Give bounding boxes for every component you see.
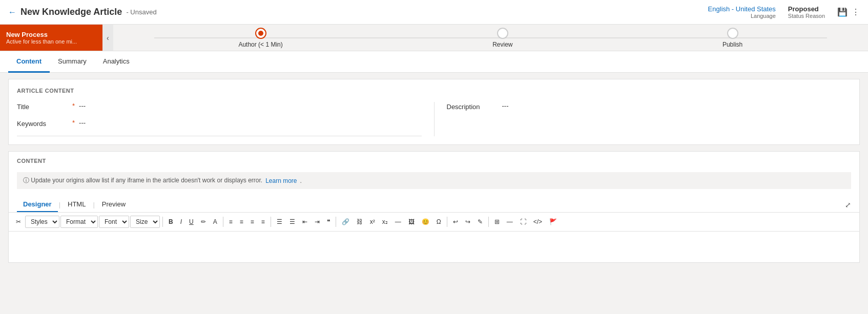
editor-tabs: Designer | HTML | Preview ⤢	[9, 193, 859, 213]
fullscreen-button[interactable]: ⛶	[517, 216, 529, 227]
editor-expand-button[interactable]: ⤢	[845, 201, 851, 209]
description-field-row: Description ---	[447, 102, 852, 111]
process-collapse-button[interactable]: ‹	[102, 25, 113, 51]
title-field-row: Title * ---	[17, 102, 422, 111]
keywords-field-row: Keywords * ---	[17, 119, 422, 128]
tabs-bar: Content Summary Analytics	[0, 51, 868, 73]
field-col-left: Title * --- Keywords * ---	[17, 102, 434, 136]
status-label: Status Reason	[788, 13, 825, 19]
editor-tab-preview[interactable]: Preview	[96, 197, 132, 212]
link-button[interactable]: 🔗	[339, 216, 353, 227]
toolbar-clean-button[interactable]: ✂	[13, 216, 24, 227]
source-button[interactable]: ✎	[474, 216, 486, 227]
editor-tab-sep-2: |	[92, 201, 95, 208]
special-char-button[interactable]: Ω	[433, 216, 444, 227]
font-color-button[interactable]: A	[210, 216, 220, 227]
superscript-button[interactable]: x²	[367, 216, 378, 227]
outdent-button[interactable]: ⇤	[299, 216, 311, 227]
description-label: Description	[447, 102, 498, 111]
status-section: Proposed Status Reason	[788, 5, 825, 19]
underline-button[interactable]: U	[186, 216, 197, 227]
indent-button[interactable]: ⇥	[312, 216, 323, 227]
numbering-button[interactable]: ☰	[286, 216, 298, 227]
new-process-label: New Process Active for less than one mi.…	[0, 25, 102, 51]
unlink-button[interactable]: ⛓	[354, 216, 366, 227]
process-step-publish[interactable]: Publish	[722, 28, 742, 48]
header-left: ← New Knowledge Article - Unsaved	[8, 7, 157, 17]
fields-row: Title * --- Keywords * --- Description -…	[17, 102, 851, 136]
bullets-button[interactable]: ☰	[274, 216, 285, 227]
content-editor-card: CONTENT ⓘ Update your origins allow list…	[8, 151, 860, 263]
table-button[interactable]: ⊞	[491, 216, 503, 227]
tab-analytics[interactable]: Analytics	[95, 51, 138, 73]
description-value[interactable]: ---	[502, 102, 509, 110]
subscript-button[interactable]: x₂	[379, 216, 391, 227]
step-circle-review	[497, 28, 508, 39]
header-right: English - United States Language Propose…	[708, 5, 860, 19]
title-required: *	[72, 102, 75, 110]
align-center-button[interactable]: ≡	[237, 216, 246, 227]
unsaved-label: - Unsaved	[126, 8, 156, 16]
flag-button[interactable]: 🚩	[546, 216, 560, 227]
bold-button[interactable]: B	[166, 216, 176, 227]
process-name: New Process	[6, 31, 96, 38]
field-divider	[17, 136, 422, 136]
process-step-author[interactable]: Author (< 1 Min)	[238, 28, 282, 48]
align-left-button[interactable]: ≡	[226, 216, 236, 227]
align-right-button[interactable]: ≡	[247, 216, 257, 227]
editor-area[interactable]	[9, 232, 859, 262]
main-content: ARTICLE CONTENT Title * --- Keywords * -…	[0, 73, 868, 269]
toolbar-sep-3	[271, 217, 271, 227]
page-title: New Knowledge Article	[20, 7, 122, 17]
step-circle-author	[255, 28, 266, 39]
step-circle-publish	[727, 28, 738, 39]
emoji-button[interactable]: 😊	[419, 216, 432, 227]
status-value: Proposed	[788, 5, 825, 13]
hr-button[interactable]: —	[504, 216, 516, 227]
header: ← New Knowledge Article - Unsaved Englis…	[0, 0, 868, 25]
info-suffix: .	[300, 177, 302, 184]
toolbar-sep-4	[336, 217, 336, 227]
font-select[interactable]: Font	[99, 216, 129, 228]
quote-button[interactable]: ❝	[324, 216, 333, 227]
toolbar-sep-1	[162, 217, 163, 227]
editor-toolbar: ✂ Styles Format Font Size B I U ✏ A ≡ ≡ …	[9, 213, 859, 232]
more-options-button[interactable]: ⋮	[852, 7, 860, 17]
language-section: English - United States Language	[708, 5, 776, 19]
title-value[interactable]: ---	[79, 102, 86, 110]
size-select[interactable]: Size	[130, 216, 160, 228]
format-select[interactable]: Format	[60, 216, 98, 228]
undo-button[interactable]: ↩	[450, 216, 461, 227]
article-content-card: ARTICLE CONTENT Title * --- Keywords * -…	[8, 79, 860, 145]
step-label-publish: Publish	[722, 41, 742, 48]
keywords-label: Keywords	[17, 119, 68, 128]
step-label-review: Review	[492, 41, 512, 48]
content-section-title: CONTENT	[17, 158, 851, 164]
html-view-button[interactable]: </>	[530, 216, 545, 227]
insert-symbol-button[interactable]: —	[392, 216, 404, 227]
highlight-button[interactable]: ✏	[198, 216, 209, 227]
title-label: Title	[17, 102, 68, 111]
image-button[interactable]: 🖼	[405, 216, 418, 227]
language-value[interactable]: English - United States	[708, 5, 776, 13]
article-content-section-title: ARTICLE CONTENT	[17, 88, 851, 94]
save-button[interactable]: 💾	[837, 7, 848, 17]
info-message: ⓘ Update your origins allow list if any …	[23, 176, 262, 185]
editor-tab-designer[interactable]: Designer	[17, 197, 58, 212]
justify-button[interactable]: ≡	[258, 216, 268, 227]
back-button[interactable]: ←	[8, 8, 16, 17]
toolbar-sep-5	[447, 217, 447, 227]
keywords-value[interactable]: ---	[79, 119, 86, 127]
tab-summary[interactable]: Summary	[50, 51, 95, 73]
editor-tab-html[interactable]: HTML	[61, 197, 92, 212]
toolbar-sep-2	[223, 217, 223, 227]
process-step-review[interactable]: Review	[492, 28, 512, 48]
learn-more-link[interactable]: Learn more	[265, 177, 297, 184]
redo-button[interactable]: ↪	[462, 216, 473, 227]
styles-select[interactable]: Styles	[25, 216, 59, 228]
italic-button[interactable]: I	[177, 216, 185, 227]
tab-content[interactable]: Content	[8, 51, 50, 73]
step-label-author: Author (< 1 Min)	[238, 41, 282, 48]
toolbar-sep-6	[488, 217, 489, 227]
process-subtitle: Active for less than one mi...	[6, 38, 96, 45]
